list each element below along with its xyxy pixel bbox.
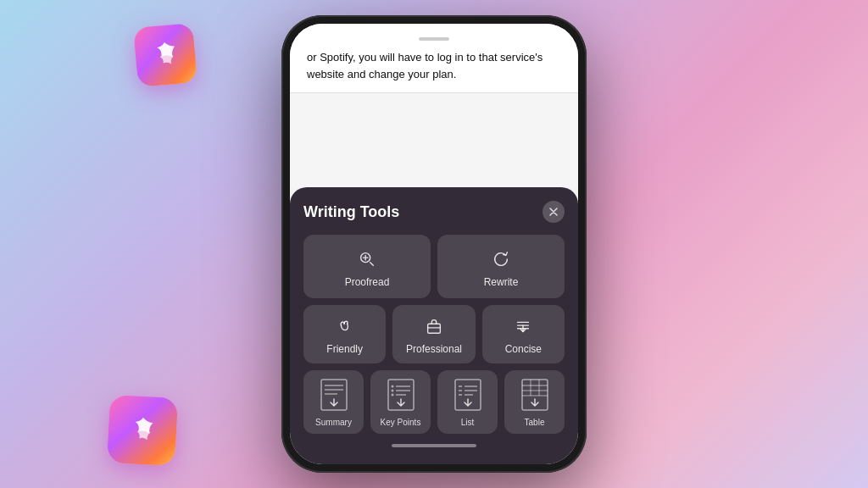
concise-label: Concise <box>505 343 542 355</box>
proofread-icon <box>358 250 376 271</box>
svg-rect-1 <box>428 324 441 333</box>
body-text: or Spotify, you will have to log in to t… <box>307 49 561 82</box>
proofread-button[interactable]: Proofread <box>303 235 431 298</box>
rewrite-button[interactable]: Rewrite <box>437 235 565 298</box>
summary-button[interactable]: Summary <box>303 370 364 434</box>
table-label: Table <box>525 418 545 427</box>
key-points-button[interactable]: Key Points <box>370 370 431 434</box>
tools-row-2: Friendly Professional <box>303 305 565 363</box>
phone-screen: or Spotify, you will have to log in to t… <box>290 24 578 464</box>
close-button[interactable] <box>542 201 565 223</box>
list-button[interactable]: List <box>437 370 498 434</box>
friendly-icon <box>336 317 354 338</box>
tools-row-3: Summary <box>303 370 565 434</box>
panel-title: Writing Tools <box>303 203 399 221</box>
svg-point-10 <box>391 390 393 392</box>
professional-button[interactable]: Professional <box>392 305 475 363</box>
drag-handle <box>419 37 449 41</box>
key-points-icon <box>387 379 415 414</box>
professional-label: Professional <box>406 343 462 355</box>
friendly-label: Friendly <box>326 343 363 355</box>
table-button[interactable]: Table <box>504 370 565 434</box>
summary-label: Summary <box>315 418 352 427</box>
friendly-button[interactable]: Friendly <box>303 305 386 363</box>
key-points-label: Key Points <box>381 418 421 427</box>
apple-intelligence-logo-top <box>133 23 198 87</box>
list-label: List <box>461 418 475 427</box>
list-icon <box>454 379 481 414</box>
text-content-area: or Spotify, you will have to log in to t… <box>290 24 578 93</box>
writing-tools-panel: Writing Tools <box>290 187 578 464</box>
professional-icon <box>425 317 443 338</box>
concise-button[interactable]: Concise <box>482 305 565 363</box>
table-icon <box>521 379 548 414</box>
tools-row-1: Proofread Rewrite <box>303 235 565 298</box>
phone-frame: or Spotify, you will have to log in to t… <box>281 15 587 473</box>
panel-header: Writing Tools <box>303 201 565 223</box>
summary-icon <box>320 379 348 414</box>
svg-point-8 <box>391 385 393 388</box>
svg-point-12 <box>391 394 393 396</box>
home-indicator <box>392 444 476 447</box>
rewrite-icon <box>492 250 510 271</box>
concise-icon <box>514 317 532 338</box>
rewrite-label: Rewrite <box>484 276 519 288</box>
proofread-label: Proofread <box>345 276 390 288</box>
apple-intelligence-logo-bottom <box>107 395 178 466</box>
